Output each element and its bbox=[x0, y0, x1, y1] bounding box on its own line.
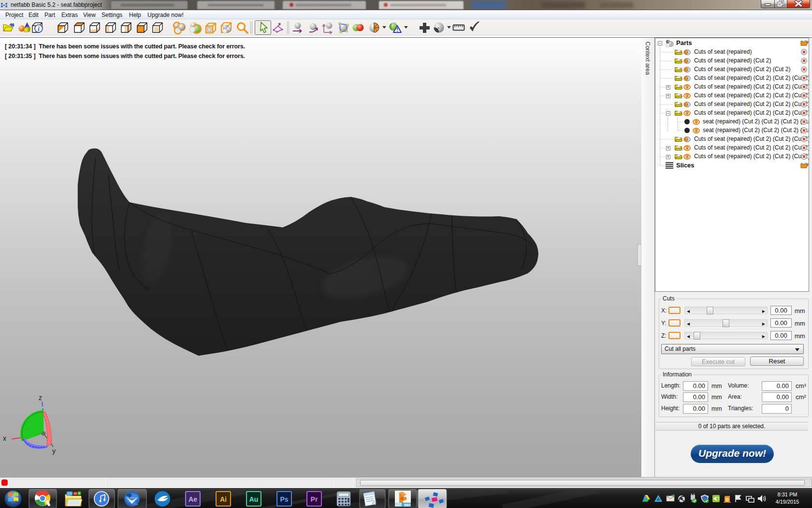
svg-text:Ps: Ps bbox=[280, 495, 288, 503]
svg-text:Ai: Ai bbox=[220, 495, 227, 503]
svg-text:Au: Au bbox=[249, 495, 259, 503]
svg-text:y: y bbox=[52, 447, 56, 455]
svg-text:z: z bbox=[39, 394, 42, 402]
svg-text:360: 360 bbox=[404, 503, 410, 508]
svg-text:x: x bbox=[3, 434, 6, 442]
svg-text:Ae: Ae bbox=[188, 495, 197, 503]
svg-text:Pr: Pr bbox=[311, 495, 318, 503]
